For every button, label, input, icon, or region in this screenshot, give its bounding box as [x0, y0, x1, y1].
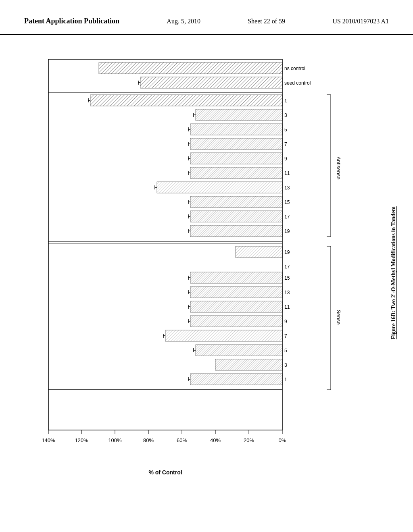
bar-anti-13 [157, 182, 282, 193]
bar-sense-19 [236, 246, 282, 258]
label-seed-control: seed control [284, 80, 311, 86]
svg-text:80%: 80% [143, 437, 154, 443]
bar-sense-5 [196, 345, 282, 356]
label-anti-13: 13 [284, 185, 290, 191]
bar-anti-15 [190, 196, 282, 208]
label-anti-9: 9 [284, 156, 287, 162]
label-anti-17: 17 [284, 214, 290, 220]
bar-sense-7 [165, 330, 282, 341]
label-sense-15: 15 [284, 275, 290, 281]
bar-sense-9 [190, 316, 282, 327]
publication-date: Aug. 5, 2010 [167, 16, 200, 25]
bar-sense-15 [190, 272, 282, 283]
bar-anti-7 [190, 138, 282, 150]
bar-anti-3 [196, 109, 282, 121]
label-anti-5: 5 [284, 127, 287, 133]
chart-svg: 0% 20% 40% 60% 80% 100% 120% 140% % of C… [24, 51, 355, 478]
publication-title: Patent Application Publication [24, 16, 119, 26]
svg-text:20%: 20% [244, 437, 254, 443]
svg-text:0%: 0% [279, 437, 286, 443]
bar-sense-1 [190, 374, 282, 385]
patent-number: US 2010/0197023 A1 [332, 16, 389, 25]
label-sense-1: 1 [284, 377, 287, 382]
label-sense-9: 9 [284, 319, 287, 324]
bar-seed-control [140, 77, 282, 88]
main-content: 0% 20% 40% 60% 80% 100% 120% 140% % of C… [0, 35, 413, 519]
bar-anti-9 [190, 153, 282, 164]
label-ns-control: ns control [284, 66, 305, 71]
label-sense-7: 7 [284, 333, 287, 339]
svg-text:120%: 120% [75, 437, 88, 443]
label-sense-3: 3 [284, 362, 287, 368]
svg-text:% of Control: % of Control [148, 469, 182, 476]
svg-text:100%: 100% [108, 437, 122, 443]
svg-text:140%: 140% [42, 437, 55, 443]
figure-caption-container: Figure 16B: Two 2'-O-Methyl Modification… [384, 51, 405, 495]
bar-sense-11 [190, 301, 282, 312]
label-anti-19: 19 [284, 229, 290, 234]
label-anti-7: 7 [284, 141, 287, 147]
bar-anti-5 [190, 124, 282, 135]
svg-text:60%: 60% [177, 437, 187, 443]
bar-anti-17 [190, 211, 282, 222]
label-sense-19: 19 [284, 249, 290, 255]
sense-label: Sense [336, 310, 342, 325]
label-anti-11: 11 [284, 170, 290, 176]
bar-anti-19 [190, 225, 282, 237]
bar-sense-13 [190, 287, 282, 298]
bar-sense-3 [215, 359, 282, 370]
sheet-info: Sheet 22 of 59 [248, 16, 285, 25]
figure-caption: Figure 16B: Two 2'-O-Methyl Modification… [390, 206, 397, 339]
bar-ns-control [99, 62, 282, 74]
label-anti-15: 15 [284, 200, 290, 205]
label-sense-13: 13 [284, 290, 290, 295]
bar-anti-1 [90, 95, 282, 106]
label-sense-11: 11 [284, 304, 290, 310]
antisense-label: Antisense [336, 157, 342, 180]
label-anti-3: 3 [284, 112, 287, 118]
chart-container: 0% 20% 40% 60% 80% 100% 120% 140% % of C… [24, 51, 380, 495]
label-sense-5: 5 [284, 348, 287, 353]
label-sense-17: 17 [284, 264, 290, 270]
page-header: Patent Application Publication Aug. 5, 2… [0, 0, 413, 35]
svg-text:40%: 40% [210, 437, 221, 443]
label-anti-1: 1 [284, 98, 287, 104]
bar-anti-11 [190, 167, 282, 179]
